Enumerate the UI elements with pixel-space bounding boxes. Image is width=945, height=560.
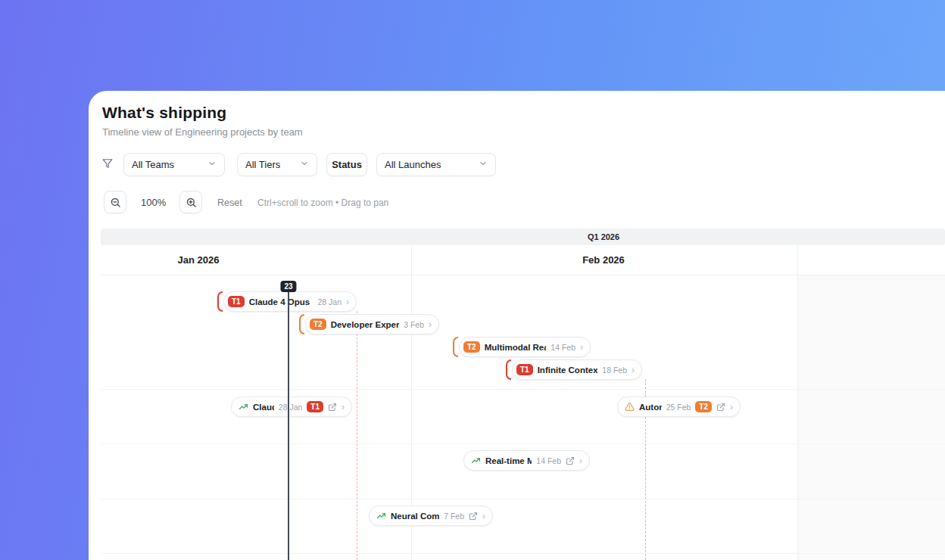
out-of-range-shade	[797, 275, 945, 560]
external-link-icon[interactable]	[328, 403, 337, 412]
tier-badge: T1	[307, 401, 323, 412]
month-label-jan: Jan 2026	[178, 254, 220, 266]
start-bracket-icon	[506, 359, 511, 380]
chevron-down-icon	[479, 159, 488, 170]
zoom-in-button[interactable]	[179, 191, 202, 213]
teams-select[interactable]: All Teams	[123, 153, 225, 176]
chevron-down-icon	[300, 159, 309, 170]
tier-badge: T1	[228, 296, 245, 307]
launches-select-value: All Launches	[385, 159, 441, 170]
chevron-right-icon[interactable]: ›	[730, 403, 733, 412]
timeline[interactable]: Q1 2026 Jan 2026 Feb 2026 T1 Claude 4 Op…	[101, 229, 945, 560]
launch-name: Real-time Multi...	[485, 456, 532, 465]
project-item[interactable]: T1 Infinite Context + ... 18 Feb ›	[506, 359, 642, 380]
project-end-date: 18 Feb	[602, 366, 627, 375]
launches-select[interactable]: All Launches	[376, 153, 496, 176]
page-subtitle: Timeline view of Engineering projects by…	[102, 126, 303, 138]
launch-date: 7 Feb	[444, 512, 464, 521]
launch-name: Autonomo...	[639, 403, 662, 412]
project-end-date: 14 Feb	[550, 343, 575, 352]
project-name: Developer Experie...	[331, 320, 399, 329]
month-gridline	[797, 245, 798, 560]
start-bracket-icon	[299, 314, 304, 334]
launch-date: 14 Feb	[536, 456, 561, 465]
chevron-right-icon[interactable]: ›	[579, 456, 582, 465]
end-date-guide	[357, 311, 357, 560]
main-panel: What's shipping Timeline view of Enginee…	[89, 91, 945, 560]
launch-date: 28 Jan	[279, 403, 303, 412]
chevron-right-icon[interactable]: ›	[342, 403, 345, 412]
chevron-right-icon[interactable]: ›	[580, 343, 583, 352]
status-button[interactable]: Status	[326, 153, 367, 176]
chevron-right-icon[interactable]: ›	[482, 512, 485, 521]
trend-up-icon	[471, 456, 481, 465]
pan-zoom-hint: Ctrl+scroll to zoom • Drag to pan	[257, 198, 388, 208]
chevron-right-icon[interactable]: ›	[429, 320, 432, 329]
project-name: Multimodal Real-t...	[485, 343, 547, 352]
zoom-out-button[interactable]	[104, 191, 126, 213]
zoom-level: 100%	[141, 197, 166, 208]
reset-button[interactable]: Reset	[217, 198, 242, 208]
page-title: What's shipping	[102, 104, 226, 122]
filter-icon	[102, 158, 113, 172]
trend-up-icon	[376, 511, 386, 521]
project-name: Claude 4 Opus + ...	[249, 297, 313, 306]
launch-item[interactable]: Autonomo... 25 Feb T2 ›	[617, 397, 741, 417]
zoom-bar: 100% Reset Ctrl+scroll to zoom • Drag to…	[89, 191, 945, 213]
month-label-feb: Feb 2026	[582, 254, 625, 266]
launch-item[interactable]: Real-time Multi... 14 Feb ›	[463, 450, 590, 471]
launch-item[interactable]: Neural Computer... 7 Feb ›	[369, 506, 493, 526]
tier-badge: T2	[310, 319, 326, 330]
lane-divider	[101, 499, 945, 499]
filter-bar: All Teams All Tiers Status All Launches	[89, 153, 945, 176]
external-link-icon[interactable]	[716, 403, 725, 412]
project-item[interactable]: T2 Multimodal Real-t... 14 Feb ›	[453, 337, 591, 357]
launch-name: Claude 4 ...	[253, 403, 274, 412]
lane-divider	[101, 443, 945, 444]
tier-badge: T2	[463, 341, 480, 353]
start-bracket-icon	[217, 291, 223, 312]
zoom-out-icon	[110, 197, 121, 208]
quarter-label: Q1 2026	[588, 232, 619, 241]
project-item[interactable]: T2 Developer Experie... 3 Feb ›	[299, 314, 439, 334]
header-divider	[101, 275, 945, 275]
launch-date: 25 Feb	[666, 403, 691, 412]
chevron-right-icon[interactable]: ›	[346, 297, 349, 306]
tier-badge: T1	[516, 364, 533, 375]
project-end-date: 3 Feb	[404, 320, 424, 329]
lane-divider	[101, 389, 945, 390]
tiers-select[interactable]: All Tiers	[237, 153, 317, 176]
chevron-right-icon[interactable]: ›	[632, 366, 635, 375]
chevron-down-icon	[207, 159, 217, 170]
start-bracket-icon	[453, 337, 458, 357]
external-link-icon[interactable]	[469, 512, 478, 521]
teams-select-value: All Teams	[132, 159, 174, 170]
warning-icon	[625, 402, 635, 412]
today-marker-line[interactable]	[288, 283, 289, 560]
lane-divider	[101, 553, 945, 554]
tier-badge: T2	[695, 401, 712, 412]
today-marker-badge: 23	[280, 281, 296, 292]
launch-name: Neural Computer...	[391, 512, 439, 521]
tiers-select-value: All Tiers	[245, 159, 280, 170]
project-name: Infinite Context + ...	[538, 366, 598, 375]
status-button-label: Status	[332, 159, 362, 170]
launch-item[interactable]: Claude 4 ... 28 Jan T1 ›	[231, 397, 352, 417]
project-end-date: 28 Jan	[317, 297, 342, 306]
zoom-in-icon	[186, 197, 197, 208]
quarter-header	[101, 229, 945, 245]
trend-up-icon	[239, 402, 248, 412]
project-item[interactable]: T1 Claude 4 Opus + ... 28 Jan ›	[217, 291, 357, 312]
external-link-icon[interactable]	[566, 456, 575, 465]
